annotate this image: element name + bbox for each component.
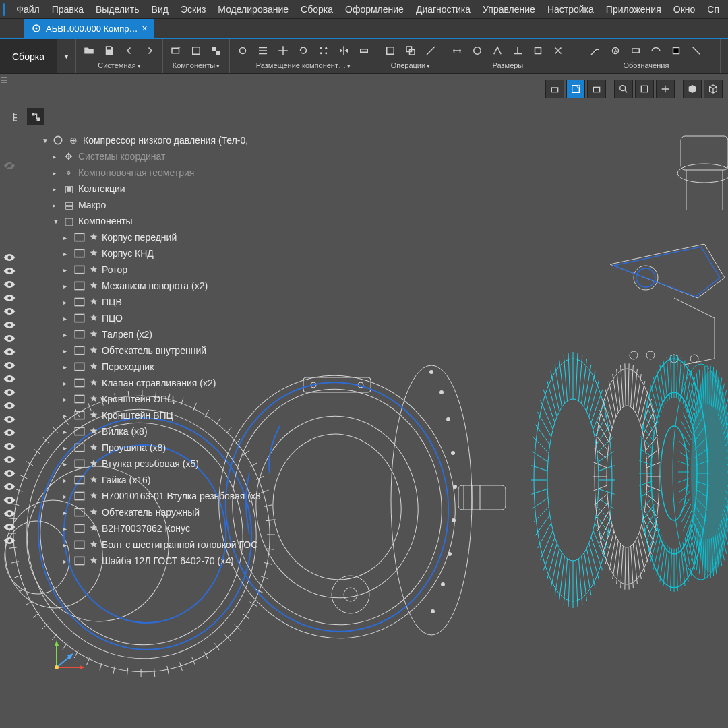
menu-select[interactable]: Выделить xyxy=(90,4,146,15)
insert-icon[interactable] xyxy=(187,42,205,59)
visibility-toggle[interactable] xyxy=(1,305,18,318)
visibility-toggle[interactable] xyxy=(1,359,18,372)
tree-component-item[interactable]: ▸ПЦВ xyxy=(8,294,264,310)
menu-manage[interactable]: Управление xyxy=(477,4,541,15)
visibility-toggle[interactable] xyxy=(1,386,18,399)
menu-edit[interactable]: Правка xyxy=(46,4,90,15)
tree-component-item[interactable]: ▸Ротор xyxy=(8,262,264,278)
ann5-icon[interactable] xyxy=(667,42,685,59)
visibility-toggle[interactable] xyxy=(1,372,18,386)
panel-grip-icon[interactable] xyxy=(1,77,8,84)
dim5-icon[interactable] xyxy=(529,42,547,59)
ann2-icon[interactable]: A xyxy=(607,42,624,59)
toggle-icon[interactable] xyxy=(208,42,225,59)
tree-component-item[interactable]: ▸В2Н70037862 Конус xyxy=(8,520,264,537)
menu-assembly[interactable]: Сборка xyxy=(295,4,339,15)
visibility-toggle[interactable] xyxy=(1,507,18,520)
align-icon[interactable] xyxy=(254,42,272,59)
op3-icon[interactable] xyxy=(422,42,439,59)
tree-component-item[interactable]: ▸Корпус передний xyxy=(8,229,264,245)
visibility-toggle[interactable] xyxy=(1,413,18,426)
tree-component-item[interactable]: ▸Кронштейн ОПЦ xyxy=(8,391,264,407)
visibility-toggle[interactable] xyxy=(1,291,18,305)
tree-component-item[interactable]: ▸Шайба 12Л ГОСТ 6402-70 (x4) xyxy=(8,553,264,569)
add-part-icon[interactable]: + xyxy=(167,42,185,59)
visibility-toggle[interactable] xyxy=(1,264,18,278)
tree-component-item[interactable]: ▸Проушина (x8) xyxy=(8,439,264,456)
tree-component-item[interactable]: ▸Обтекатель наружный xyxy=(8,504,264,520)
tree-component-item[interactable]: ▸Кронштейн ВПЦ xyxy=(8,407,264,423)
menu-diagnostics[interactable]: Диагностика xyxy=(410,4,477,15)
view-shaded-icon[interactable] xyxy=(587,80,606,98)
visibility-toggle[interactable] xyxy=(1,426,18,439)
menu-file[interactable]: Файл xyxy=(10,4,45,15)
visibility-toggle[interactable] xyxy=(1,520,18,534)
tool7-icon[interactable] xyxy=(355,42,373,59)
undo-icon[interactable] xyxy=(121,42,138,59)
tree-root[interactable]: ▼ ⊕ Компрессор низкого давления (Тел-0, xyxy=(8,132,264,148)
section-icon[interactable] xyxy=(656,80,675,98)
visibility-toggle[interactable] xyxy=(1,480,18,493)
op2-icon[interactable] xyxy=(402,42,419,59)
visibility-toggle[interactable] xyxy=(1,332,18,345)
menu-apps[interactable]: Приложения xyxy=(600,4,667,15)
mate-icon[interactable] xyxy=(234,42,251,59)
view-orient-icon[interactable] xyxy=(545,80,564,98)
tab-close-button[interactable]: × xyxy=(142,23,148,34)
rotate-icon[interactable] xyxy=(295,42,312,59)
visibility-toggle[interactable] xyxy=(1,159,18,173)
open-icon[interactable] xyxy=(80,42,98,59)
tree-component-item[interactable]: ▸Клапан стравливания (x2) xyxy=(8,375,264,391)
tree-tab-hierarchy-icon[interactable] xyxy=(27,108,44,125)
tree-component-item[interactable]: ▸Болт с шестигранной головкой ГОС xyxy=(8,537,264,553)
model-tree[interactable]: ▼ ⊕ Компрессор низкого давления (Тел-0, … xyxy=(8,132,264,569)
ann6-icon[interactable] xyxy=(688,42,705,59)
menu-sketch[interactable]: Эскиз xyxy=(175,4,212,15)
ann4-icon[interactable] xyxy=(647,42,665,59)
visibility-toggle[interactable] xyxy=(1,251,18,264)
visibility-toggle[interactable] xyxy=(1,453,18,466)
fit-icon[interactable] xyxy=(635,80,654,98)
tree-component-item[interactable]: ▸Корпус КНД xyxy=(8,245,264,262)
tree-component-item[interactable]: ▸Механизм поворота (x2) xyxy=(8,278,264,294)
visibility-toggle[interactable] xyxy=(1,534,18,547)
dim6-icon[interactable] xyxy=(549,42,567,59)
cube-icon[interactable] xyxy=(704,80,723,98)
visibility-toggle[interactable] xyxy=(1,278,18,291)
save-icon[interactable] xyxy=(100,42,118,59)
dim4-icon[interactable] xyxy=(509,42,526,59)
visibility-toggle[interactable] xyxy=(1,399,18,413)
menu-modeling[interactable]: Моделирование xyxy=(212,4,295,15)
dim3-icon[interactable] xyxy=(489,42,506,59)
op1-icon[interactable] xyxy=(382,42,399,59)
menu-formatting[interactable]: Оформление xyxy=(339,4,410,15)
visibility-toggle[interactable] xyxy=(1,439,18,453)
tree-component-item[interactable]: ▸Талреп (x2) xyxy=(8,326,264,342)
render-style-icon[interactable] xyxy=(683,80,702,98)
tree-component-item[interactable]: ▸Обтекатель внутренний xyxy=(8,342,264,359)
document-tab[interactable]: АБВГ.000.000 Компр… × xyxy=(24,19,154,38)
dim1-icon[interactable] xyxy=(448,42,466,59)
pattern-icon[interactable] xyxy=(315,42,332,59)
dim2-icon[interactable] xyxy=(468,42,486,59)
view-wireframe-icon[interactable] xyxy=(566,80,585,98)
tree-component-item[interactable]: ▸Н70010163-01 Втулка резьбовая (x3 xyxy=(8,488,264,504)
visibility-toggle[interactable] xyxy=(1,466,18,480)
tree-component-item[interactable]: ▸Втулка резьбовая (x5) xyxy=(8,456,264,472)
tree-component-item[interactable]: ▸Переходник xyxy=(8,359,264,375)
mode-dropdown[interactable]: ▼ xyxy=(57,39,76,73)
menu-help[interactable]: Сп xyxy=(701,4,725,15)
menu-window[interactable]: Окно xyxy=(667,4,702,15)
visibility-toggle[interactable] xyxy=(1,493,18,507)
tree-component-item[interactable]: ▸Вилка (x8) xyxy=(8,423,264,439)
ann1-icon[interactable] xyxy=(586,42,604,59)
ann3-icon[interactable] xyxy=(627,42,644,59)
tree-component-item[interactable]: ▸Гайка (x16) xyxy=(8,472,264,488)
tree-node-macro[interactable]: ▸▤ Макро xyxy=(8,197,264,213)
redo-icon[interactable] xyxy=(141,42,158,59)
tree-node-layout[interactable]: ▸⌖ Компоновочная геометрия xyxy=(8,164,264,181)
menu-view[interactable]: Вид xyxy=(146,4,175,15)
visibility-toggle[interactable] xyxy=(1,345,18,359)
tree-component-item[interactable]: ▸ПЦО xyxy=(8,310,264,326)
visibility-toggle[interactable] xyxy=(1,318,18,332)
